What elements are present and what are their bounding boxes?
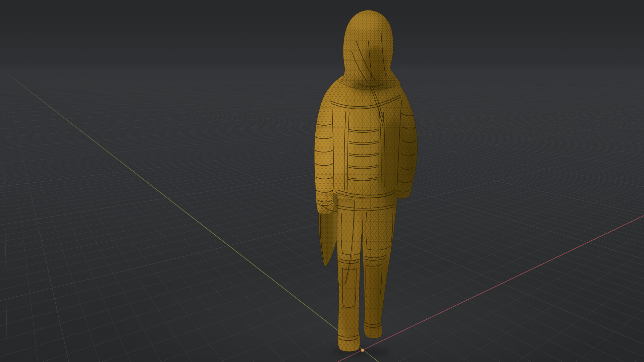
overlay-markers	[0, 0, 644, 362]
viewport-3d[interactable]	[0, 0, 644, 362]
object-origin-dot[interactable]	[361, 349, 364, 352]
